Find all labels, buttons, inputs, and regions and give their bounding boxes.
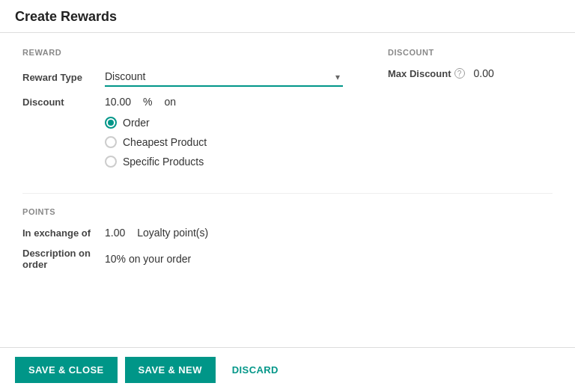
page-header: Create Rewards xyxy=(0,0,575,33)
page-title: Create Rewards xyxy=(15,9,560,25)
radio-specific-products-label: Specific Products xyxy=(123,156,204,168)
reward-type-label: Reward Type xyxy=(22,72,105,83)
points-section: POINTS In exchange of 1.00 Loyalty point… xyxy=(22,193,553,270)
discard-button[interactable]: DISCARD xyxy=(223,357,288,383)
radio-cheapest-product-input[interactable] xyxy=(105,136,117,148)
in-exchange-row: In exchange of 1.00 Loyalty point(s) xyxy=(22,227,553,239)
discount-label: Discount xyxy=(22,97,105,108)
discount-unit: % xyxy=(143,96,152,108)
description-value[interactable]: 10% on your order xyxy=(105,253,191,265)
radio-cheapest-product-label: Cheapest Product xyxy=(123,136,207,148)
points-section-label: POINTS xyxy=(22,207,553,216)
radio-specific-products-input[interactable] xyxy=(105,156,117,168)
radio-specific-products[interactable]: Specific Products xyxy=(105,156,343,168)
reward-type-select[interactable]: Discount Free Product xyxy=(105,67,343,87)
in-exchange-label: In exchange of xyxy=(22,227,105,239)
radio-order-label: Order xyxy=(123,117,150,129)
max-discount-label: Max Discount xyxy=(388,68,451,79)
loyalty-unit: Loyalty point(s) xyxy=(137,227,208,239)
radio-cheapest-product[interactable]: Cheapest Product xyxy=(105,136,343,148)
save-close-button[interactable]: SAVE & CLOSE xyxy=(15,357,118,383)
discount-section: DISCOUNT Max Discount ? 0.00 xyxy=(388,48,553,175)
discount-control-group: 10.00 % on xyxy=(105,96,343,108)
discount-row: Discount 10.00 % on xyxy=(22,96,343,108)
in-exchange-value[interactable]: 1.00 xyxy=(105,227,125,239)
main-content: REWARD Reward Type Discount Free Product… xyxy=(0,33,575,294)
radio-order-input[interactable] xyxy=(105,117,117,129)
reward-section-label: REWARD xyxy=(22,48,343,57)
discount-section-label: DISCOUNT xyxy=(388,48,553,57)
max-discount-row: Max Discount ? 0.00 xyxy=(388,67,553,79)
reward-type-select-wrapper[interactable]: Discount Free Product ▾ xyxy=(105,67,343,87)
reward-type-row: Reward Type Discount Free Product ▾ xyxy=(22,67,343,87)
radio-order[interactable]: Order xyxy=(105,117,343,129)
section-row: REWARD Reward Type Discount Free Product… xyxy=(22,48,553,175)
help-icon[interactable]: ? xyxy=(454,68,465,79)
discount-on: on xyxy=(165,96,177,108)
discount-apply-group: Order Cheapest Product Specific Products xyxy=(105,117,343,168)
description-label: Description on order xyxy=(22,248,105,270)
reward-section: REWARD Reward Type Discount Free Product… xyxy=(22,48,343,175)
discount-amount[interactable]: 10.00 xyxy=(105,96,131,108)
description-row: Description on order 10% on your order xyxy=(22,248,553,270)
max-discount-value[interactable]: 0.00 xyxy=(474,67,494,79)
save-new-button[interactable]: SAVE & NEW xyxy=(125,357,216,383)
footer: SAVE & CLOSE SAVE & NEW DISCARD xyxy=(0,347,575,392)
